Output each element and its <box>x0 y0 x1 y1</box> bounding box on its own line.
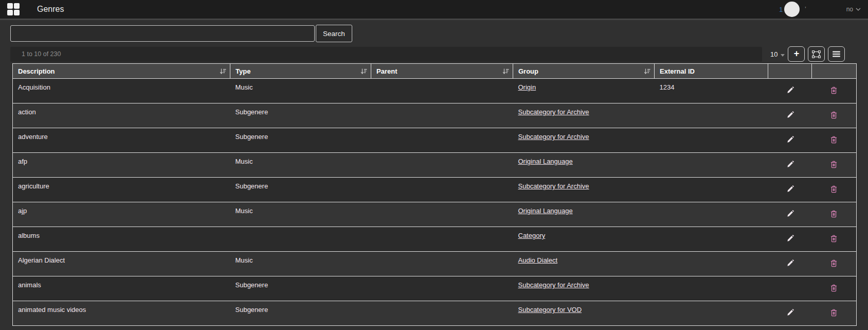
cell-edit <box>768 202 812 227</box>
delete-button[interactable] <box>827 160 840 171</box>
cell-group: Subcategory for Archive <box>513 103 655 128</box>
pagination-summary-bar: 1 to 10 of 230 <box>10 47 762 62</box>
cell-parent <box>371 79 513 103</box>
group-link[interactable]: Subcategory for Archive <box>518 133 589 141</box>
delete-button[interactable] <box>827 135 840 146</box>
page: Genres 1 ' no Search 1 to 10 of 230 10 + <box>0 0 868 326</box>
cell-external-id: 1234 <box>655 79 768 103</box>
cell-delete <box>812 153 857 178</box>
sort-icon <box>644 68 650 75</box>
table-row: ajpMusicOriginal Language <box>13 202 857 227</box>
avatar[interactable] <box>784 2 800 17</box>
delete-trash-icon <box>830 161 837 168</box>
delete-button[interactable] <box>827 258 840 270</box>
cell-parent <box>371 276 513 301</box>
delete-button[interactable] <box>827 184 840 196</box>
delete-trash-icon <box>830 210 837 218</box>
column-label: Group <box>518 67 538 75</box>
chevron-down-icon <box>856 8 861 11</box>
delete-button[interactable] <box>827 209 840 220</box>
cell-external-id <box>655 178 768 202</box>
sort-icon <box>502 68 509 75</box>
group-link[interactable]: Subcategory for Archive <box>518 108 589 116</box>
group-link[interactable]: Subcategory for Archive <box>518 182 589 190</box>
table-header-row: DescriptionTypeParentGroupExternal ID <box>13 64 857 79</box>
cell-parent <box>371 252 513 276</box>
hamburger-menu-icon <box>833 51 840 57</box>
cell-edit <box>768 103 812 128</box>
table-row: actionSubgenereSubcategory for Archive <box>13 103 857 128</box>
edit-button[interactable] <box>783 160 797 171</box>
edit-button[interactable] <box>783 258 797 270</box>
caret-down-icon <box>781 54 785 57</box>
cell-group: Subcategory for VOD <box>513 301 655 326</box>
language-dropdown[interactable]: no <box>846 6 861 13</box>
cell-type: Subgenere <box>230 301 371 326</box>
edit-pencil-icon <box>786 210 794 218</box>
column-header-external-id: External ID <box>655 64 768 79</box>
group-link[interactable]: Origin <box>518 83 536 91</box>
group-link[interactable]: Category <box>518 232 546 239</box>
delete-button[interactable] <box>827 283 840 294</box>
cell-type: Music <box>230 252 371 276</box>
delete-trash-icon <box>830 284 837 292</box>
cell-external-id <box>655 103 768 128</box>
delete-button[interactable] <box>827 234 840 245</box>
edit-button[interactable] <box>783 85 797 97</box>
column-label: Parent <box>376 67 397 75</box>
cell-group: Original Language <box>513 153 655 178</box>
group-link[interactable]: Original Language <box>518 158 573 165</box>
sort-icon <box>360 68 367 75</box>
top-navbar: Genres 1 ' no <box>0 0 868 20</box>
cell-type: Music <box>230 202 371 227</box>
edit-button[interactable] <box>783 184 797 196</box>
delete-button[interactable] <box>827 85 840 97</box>
column-header-type[interactable]: Type <box>230 64 371 79</box>
search-button[interactable]: Search <box>316 25 352 42</box>
edit-pencil-icon <box>786 136 794 144</box>
selection-frame-button[interactable] <box>808 46 825 62</box>
cell-group: Category <box>513 227 655 252</box>
edit-button[interactable] <box>783 234 797 245</box>
column-header-group[interactable]: Group <box>513 64 655 79</box>
cell-description: agriculture <box>13 178 230 202</box>
edit-pencil-icon <box>786 86 794 94</box>
delete-trash-icon <box>830 111 837 119</box>
cell-delete <box>812 276 857 301</box>
cell-external-id <box>655 153 768 178</box>
edit-button[interactable] <box>783 308 797 319</box>
group-link[interactable]: Audio Dialect <box>518 256 558 264</box>
group-link[interactable]: Original Language <box>518 207 573 215</box>
add-button[interactable]: + <box>788 46 805 62</box>
cell-group: Original Language <box>513 202 655 227</box>
column-header-description[interactable]: Description <box>13 64 230 79</box>
cell-external-id <box>655 252 768 276</box>
edit-button[interactable] <box>783 110 797 121</box>
page-size-dropdown[interactable]: 10 <box>770 50 785 58</box>
search-input[interactable] <box>10 25 315 42</box>
group-link[interactable]: Subcategory for Archive <box>518 281 589 289</box>
group-link[interactable]: Subcategory for VOD <box>518 306 582 314</box>
cell-type <box>230 227 371 252</box>
cell-description: albums <box>13 227 230 252</box>
delete-button[interactable] <box>827 110 840 121</box>
cell-parent <box>371 202 513 227</box>
cell-description: Algerian Dialect <box>13 252 230 276</box>
table-row: albumsCategory <box>13 227 857 252</box>
cell-description: animals <box>13 276 230 301</box>
menu-button[interactable] <box>828 46 845 62</box>
delete-button[interactable] <box>827 308 840 319</box>
cell-edit <box>768 79 812 103</box>
cell-delete <box>812 178 857 202</box>
user-hint-text: 1 <box>779 6 783 13</box>
cell-type: Music <box>230 79 371 103</box>
column-header-parent[interactable]: Parent <box>371 64 513 79</box>
cell-delete <box>812 301 857 326</box>
edit-button[interactable] <box>783 209 797 220</box>
apps-grid-icon[interactable] <box>7 3 20 15</box>
edit-button[interactable] <box>783 135 797 146</box>
page-title: Genres <box>37 5 64 14</box>
column-label: Type <box>236 67 250 75</box>
cell-external-id <box>655 276 768 301</box>
delete-trash-icon <box>830 235 837 242</box>
